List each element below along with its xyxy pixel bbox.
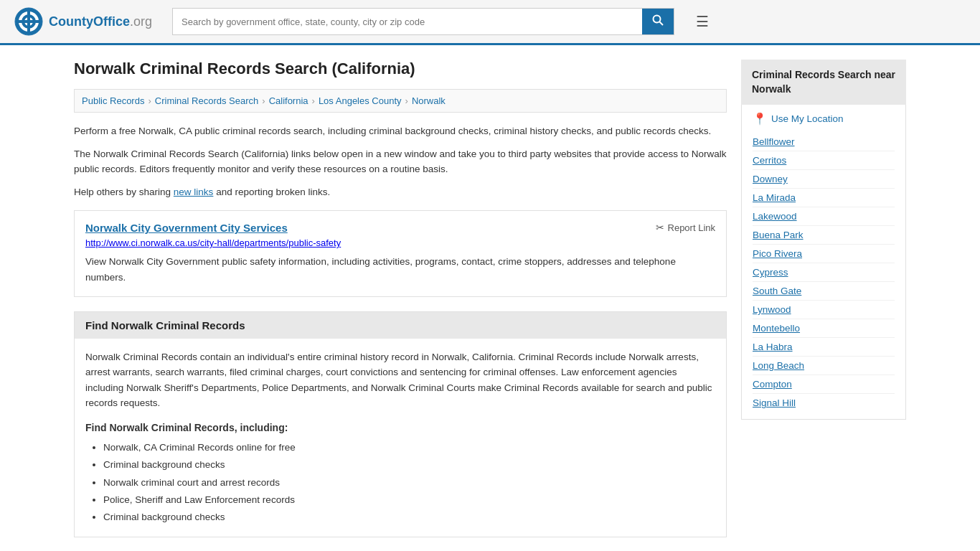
find-section-subheader: Find Norwalk Criminal Records, including…	[85, 422, 715, 433]
resource-url: http://www.ci.norwalk.ca.us/city-hall/de…	[85, 237, 715, 248]
search-button[interactable]	[642, 9, 674, 34]
breadcrumb-sep-3: ›	[312, 95, 315, 106]
list-item: Criminal background checks	[103, 456, 715, 474]
find-section-header: Find Norwalk Criminal Records	[75, 312, 726, 339]
logo-text: CountyOffice.org	[49, 14, 152, 29]
sidebar-link-montebello[interactable]: Montebello	[753, 319, 895, 338]
breadcrumb-public-records[interactable]: Public Records	[82, 95, 144, 106]
breadcrumb-california[interactable]: California	[269, 95, 308, 106]
sidebar-link-la-mirada[interactable]: La Mirada	[753, 189, 895, 207]
breadcrumb-criminal-records-search[interactable]: Criminal Records Search	[155, 95, 259, 106]
logo-area: CountyOffice.org	[14, 7, 158, 36]
sidebar-link-compton[interactable]: Compton	[753, 375, 895, 394]
description-p2: The Norwalk Criminal Records Search (Cal…	[74, 146, 727, 177]
list-item: Police, Sheriff and Law Enforcement reco…	[103, 491, 715, 509]
main-content: Norwalk Criminal Records Search (Califor…	[74, 60, 727, 537]
breadcrumb: Public Records › Criminal Records Search…	[74, 89, 727, 113]
sidebar-link-cypress[interactable]: Cypress	[753, 263, 895, 282]
svg-rect-5	[18, 20, 39, 23]
breadcrumb-sep-1: ›	[148, 95, 151, 106]
sidebar-link-pico-rivera[interactable]: Pico Rivera	[753, 245, 895, 263]
sidebar-link-cerritos[interactable]: Cerritos	[753, 151, 895, 170]
svg-point-6	[654, 16, 661, 23]
menu-button[interactable]: ☰	[696, 13, 709, 30]
site-header: CountyOffice.org ☰	[0, 0, 980, 45]
location-icon: 📍	[753, 112, 767, 126]
description-block: Perform a free Norwalk, CA public crimin…	[74, 123, 727, 199]
find-section: Find Norwalk Criminal Records Norwalk Cr…	[74, 311, 727, 538]
sidebar-link-lynwood[interactable]: Lynwood	[753, 301, 895, 319]
sidebar-link-lakewood[interactable]: Lakewood	[753, 207, 895, 226]
list-item: Criminal background checks	[103, 509, 715, 526]
breadcrumb-sep-4: ›	[405, 95, 408, 106]
breadcrumb-los-angeles-county[interactable]: Los Angeles County	[319, 95, 402, 106]
resource-url-link[interactable]: http://www.ci.norwalk.ca.us/city-hall/de…	[85, 237, 341, 248]
sidebar-link-buena-park[interactable]: Buena Park	[753, 226, 895, 245]
resource-title[interactable]: Norwalk City Government City Services	[85, 222, 288, 234]
sidebar-link-south-gate[interactable]: South Gate	[753, 282, 895, 301]
use-my-location[interactable]: 📍 Use My Location	[753, 112, 895, 126]
logo-icon	[14, 7, 43, 36]
breadcrumb-sep-2: ›	[262, 95, 265, 106]
resource-header: Norwalk City Government City Services ✂ …	[85, 222, 715, 237]
new-links[interactable]: new links	[174, 187, 214, 197]
breadcrumb-norwalk[interactable]: Norwalk	[412, 95, 446, 106]
description-p1: Perform a free Norwalk, CA public crimin…	[74, 123, 727, 139]
sidebar-link-bellflower[interactable]: Bellflower	[753, 133, 895, 151]
svg-line-7	[660, 22, 664, 26]
resource-block: Norwalk City Government City Services ✂ …	[74, 210, 727, 296]
list-item: Norwalk, CA Criminal Records online for …	[103, 439, 715, 456]
sidebar-header: Criminal Records Search near Norwalk	[741, 60, 906, 105]
search-input[interactable]	[173, 11, 642, 33]
search-container	[172, 8, 674, 35]
find-section-list: Norwalk, CA Criminal Records online for …	[85, 439, 715, 526]
find-section-body: Norwalk Criminal Records contain an indi…	[75, 339, 726, 537]
list-item: Norwalk criminal court and arrest record…	[103, 474, 715, 491]
find-section-text: Norwalk Criminal Records contain an indi…	[85, 349, 715, 411]
sidebar-content: 📍 Use My Location Bellflower Cerritos Do…	[741, 105, 906, 420]
sidebar-link-long-beach[interactable]: Long Beach	[753, 357, 895, 375]
sidebar-link-signal-hill[interactable]: Signal Hill	[753, 394, 895, 412]
resource-description: View Norwalk City Government public safe…	[85, 254, 715, 285]
description-p3: Help others by sharing new links and rep…	[74, 184, 727, 200]
page-title: Norwalk Criminal Records Search (Califor…	[74, 60, 727, 78]
scissors-icon: ✂	[656, 222, 664, 233]
sidebar-link-downey[interactable]: Downey	[753, 170, 895, 189]
sidebar: Criminal Records Search near Norwalk 📍 U…	[741, 60, 906, 537]
main-wrapper: Norwalk Criminal Records Search (Califor…	[60, 45, 920, 551]
sidebar-link-la-habra[interactable]: La Habra	[753, 338, 895, 357]
report-link[interactable]: ✂ Report Link	[656, 222, 715, 233]
search-icon	[652, 14, 664, 26]
